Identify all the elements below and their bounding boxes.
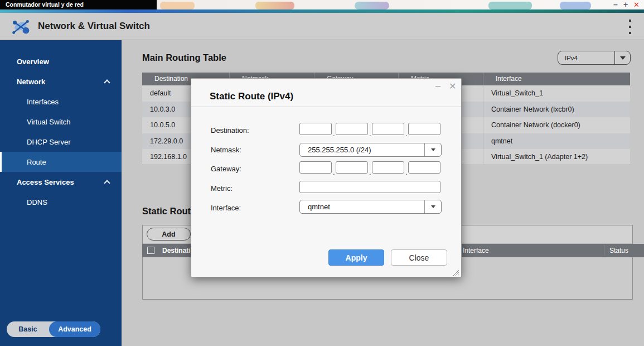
gateway-label: Gateway: — [211, 165, 241, 173]
static-route-dialog: – ✕ Static Route (IPv4) Destination: . .… — [191, 78, 462, 277]
gateway-octet-4[interactable] — [408, 161, 440, 174]
dialog-divider — [191, 107, 461, 107]
wallpaper-folder-icon — [160, 2, 195, 9]
column-header-status[interactable]: Status — [609, 244, 628, 257]
cell-interface: Virtual_Switch_1 — [483, 85, 630, 102]
maximize-window-icon[interactable]: + — [623, 0, 628, 9]
sidebar-item-label: Route — [27, 158, 46, 166]
octet-dot: . — [405, 168, 408, 176]
gateway-octet-2[interactable] — [336, 161, 368, 174]
destination-octet-1[interactable] — [299, 123, 332, 135]
add-route-button[interactable]: Add — [147, 228, 191, 241]
more-options-icon[interactable] — [626, 20, 634, 34]
sidebar: Overview Network Interfaces Virtual Swit… — [0, 40, 122, 346]
dialog-title: Static Route (IPv4) — [210, 91, 293, 102]
app-window: Conmutador virtual y de red – + ✕ Networ… — [0, 0, 644, 346]
sidebar-item-ddns[interactable]: DDNS — [0, 192, 122, 212]
cell-interface: qmtnet — [483, 133, 630, 150]
sidebar-item-dhcp-server[interactable]: DHCP Server — [0, 132, 122, 152]
app-header: Network & Virtual Switch — [0, 13, 644, 40]
cell-interface: Virtual_Switch_1 (Adapter 1+2) — [483, 149, 630, 165]
destination-label: Destination: — [211, 126, 249, 134]
ip-version-value: IPv4 — [558, 55, 614, 61]
dropdown-arrow-icon — [424, 143, 441, 156]
gateway-octet-3[interactable] — [372, 161, 404, 174]
netmask-label: Netmask: — [211, 146, 241, 154]
interface-select[interactable]: qmtnet — [299, 200, 442, 214]
wallpaper-teal-icon — [488, 2, 532, 9]
sidebar-item-label: Overview — [17, 57, 49, 66]
basic-advanced-toggle: Basic Advanced — [7, 321, 100, 337]
gateway-octet-1[interactable] — [299, 161, 332, 174]
window-titlebar: Conmutador virtual y de red – + ✕ — [0, 0, 644, 9]
network-switch-icon — [10, 18, 31, 36]
window-controls: – + ✕ — [613, 0, 640, 9]
interface-value: qmtnet — [300, 203, 424, 211]
chevron-up-icon — [104, 180, 110, 186]
sidebar-item-interfaces[interactable]: Interfaces — [0, 92, 122, 112]
sidebar-item-label: DHCP Server — [27, 138, 71, 146]
destination-octet-4[interactable] — [408, 123, 440, 135]
octet-dot: . — [333, 168, 335, 176]
sidebar-item-label: Virtual Switch — [27, 118, 71, 126]
sidebar-item-virtual-switch[interactable]: Virtual Switch — [0, 112, 122, 132]
close-button[interactable]: Close — [391, 249, 447, 266]
metric-label: Metric: — [211, 184, 233, 193]
column-divider — [604, 245, 604, 256]
sidebar-item-label: DDNS — [27, 198, 47, 206]
destination-octet-2[interactable] — [336, 123, 368, 135]
minimize-window-icon[interactable]: – — [613, 0, 618, 9]
cell-interface: Container Network (docker0) — [483, 117, 630, 133]
netmask-select[interactable]: 255.255.255.0 (/24) — [299, 143, 442, 157]
wallpaper-circle-icon — [355, 2, 389, 9]
apply-button[interactable]: Apply — [328, 249, 384, 266]
dropdown-arrow-icon — [424, 200, 441, 213]
sidebar-item-label: Interfaces — [27, 98, 59, 106]
octet-dot: . — [369, 168, 371, 176]
cell-interface: Container Network (lxcbr0) — [483, 102, 630, 118]
sidebar-item-network[interactable]: Network — [0, 71, 122, 92]
dialog-close-icon[interactable]: ✕ — [449, 81, 456, 92]
basic-mode-button[interactable]: Basic — [7, 321, 49, 337]
main-routing-table-title: Main Routing Table — [142, 52, 226, 63]
octet-dot: . — [333, 129, 335, 138]
chevron-up-icon — [104, 79, 110, 85]
metric-input[interactable] — [299, 181, 440, 193]
select-all-checkbox[interactable] — [147, 247, 154, 254]
sidebar-item-label: Network — [17, 78, 45, 86]
column-header-interface[interactable]: Interface — [463, 244, 489, 257]
sidebar-item-route[interactable]: Route — [0, 152, 122, 172]
dialog-minimize-icon[interactable]: – — [435, 81, 440, 91]
octet-dot: . — [405, 129, 408, 138]
ip-version-select[interactable]: IPv4 — [558, 51, 631, 65]
wallpaper-app-icon — [255, 2, 294, 9]
octet-dot: . — [369, 129, 371, 138]
close-window-icon[interactable]: ✕ — [633, 0, 640, 9]
page-title: Network & Virtual Switch — [38, 21, 150, 32]
sidebar-item-access-services[interactable]: Access Services — [0, 172, 122, 192]
column-header-interface[interactable]: Interface — [483, 73, 630, 85]
interface-label: Interface: — [211, 204, 241, 212]
destination-octet-3[interactable] — [372, 123, 404, 135]
dropdown-arrow-icon — [614, 51, 630, 64]
sidebar-item-label: Access Services — [17, 178, 74, 186]
sidebar-item-overview[interactable]: Overview — [0, 51, 122, 71]
wallpaper-shield-icon — [560, 2, 591, 9]
static-route-title: Static Route — [142, 206, 196, 217]
advanced-mode-button[interactable]: Advanced — [49, 321, 100, 337]
resize-handle[interactable] — [452, 269, 459, 276]
netmask-value: 255.255.255.0 (/24) — [300, 146, 424, 154]
window-title: Conmutador virtual y de red — [0, 0, 157, 9]
